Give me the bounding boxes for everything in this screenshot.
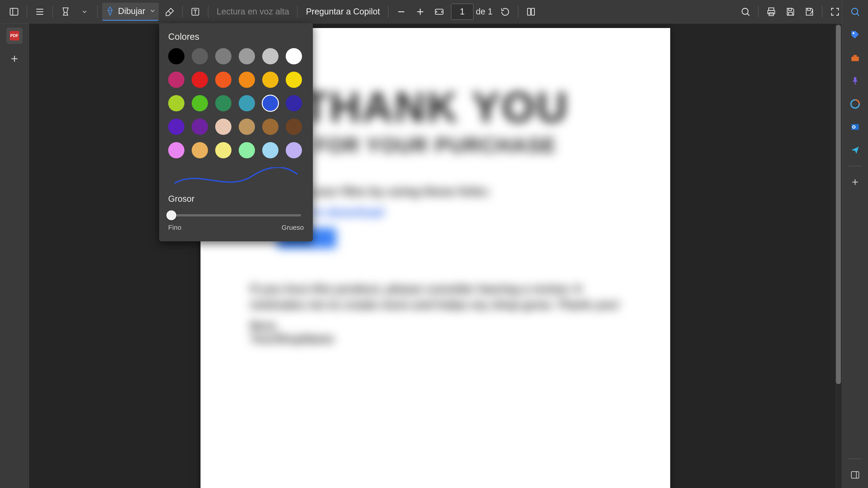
color-swatch[interactable] <box>168 142 184 158</box>
right-rail <box>842 0 868 488</box>
stroke-preview <box>168 166 304 189</box>
highlight-button[interactable] <box>57 4 74 20</box>
color-swatch[interactable] <box>192 72 208 88</box>
toolbar-divider <box>297 6 298 18</box>
tag-icon[interactable] <box>848 28 862 42</box>
print-button[interactable] <box>763 4 779 20</box>
toolbox-icon[interactable] <box>848 51 862 65</box>
page-total-label: de 1 <box>476 7 493 17</box>
svg-point-27 <box>852 32 854 34</box>
right-rail-divider <box>849 166 862 166</box>
sidebar-toggle-button[interactable] <box>6 4 22 20</box>
svg-rect-28 <box>851 57 859 61</box>
toolbar-divider <box>53 6 53 18</box>
draw-options-popover: Colores Grosor Fino Grueso <box>159 24 313 241</box>
svg-rect-21 <box>807 8 810 10</box>
svg-rect-0 <box>10 8 18 15</box>
document-viewport[interactable]: THANK YOU FOR YOUR PURCHASE Download you… <box>29 24 842 488</box>
table-of-contents-button[interactable] <box>32 4 48 20</box>
pdf-thumbnail[interactable]: PDF <box>6 28 23 44</box>
color-swatch[interactable] <box>262 142 278 158</box>
color-swatch[interactable] <box>192 119 208 135</box>
color-swatch[interactable] <box>286 142 302 158</box>
color-swatch[interactable] <box>168 95 184 111</box>
doc-paragraph-2: If you love this product, please conside… <box>250 281 620 313</box>
toolbar-divider <box>822 6 822 18</box>
color-swatch-grid <box>168 48 304 158</box>
slider-thin-label: Fino <box>168 224 181 231</box>
rotate-button[interactable] <box>497 4 513 20</box>
draw-tool-button[interactable]: Dibujar <box>102 3 159 21</box>
send-icon[interactable] <box>848 143 862 157</box>
erase-button[interactable] <box>161 4 178 20</box>
page-view-button[interactable] <box>523 4 539 20</box>
color-swatch[interactable] <box>192 48 208 64</box>
color-swatch[interactable] <box>286 119 302 135</box>
color-swatch[interactable] <box>286 72 302 88</box>
svg-rect-20 <box>788 12 792 15</box>
slider-thick-label: Grueso <box>282 224 304 231</box>
svg-rect-37 <box>851 471 859 478</box>
slider-track <box>171 214 301 217</box>
save-as-button[interactable] <box>801 4 817 20</box>
find-button[interactable] <box>737 4 754 20</box>
toolbar-divider <box>97 6 98 18</box>
svg-line-6 <box>168 11 171 13</box>
fullscreen-button[interactable] <box>827 4 843 20</box>
office-icon[interactable] <box>848 97 862 111</box>
pdf-badge-label: PDF <box>10 31 19 40</box>
page-number-input[interactable] <box>451 4 473 20</box>
save-button[interactable] <box>782 4 798 20</box>
svg-point-34 <box>853 126 855 128</box>
zoom-out-button[interactable] <box>393 4 409 20</box>
read-aloud-button[interactable]: Lectura en voz alta <box>212 4 294 20</box>
color-swatch[interactable] <box>262 119 278 135</box>
color-swatch[interactable] <box>215 72 231 88</box>
color-swatch[interactable] <box>239 72 255 88</box>
color-swatch[interactable] <box>239 95 255 111</box>
add-panel-button[interactable] <box>848 175 862 189</box>
highlight-dropdown-button[interactable] <box>76 4 93 20</box>
color-swatch[interactable] <box>239 48 255 64</box>
slider-thumb[interactable] <box>166 210 176 220</box>
svg-rect-13 <box>531 8 534 15</box>
draw-dropdown-icon[interactable] <box>149 7 156 15</box>
color-swatch[interactable] <box>286 95 302 111</box>
color-swatch[interactable] <box>215 142 231 158</box>
svg-line-15 <box>747 13 749 15</box>
color-swatch[interactable] <box>239 142 255 158</box>
color-swatch[interactable] <box>168 48 184 64</box>
panel-toggle-icon[interactable] <box>848 468 862 482</box>
color-swatch[interactable] <box>262 48 278 64</box>
ask-copilot-button[interactable]: Preguntar a Copilot <box>301 4 385 20</box>
toolbar-divider <box>388 6 389 18</box>
pin-icon[interactable] <box>848 74 862 88</box>
color-swatch[interactable] <box>215 48 231 64</box>
outlook-icon[interactable] <box>848 120 862 134</box>
search-sidebar-icon[interactable] <box>848 4 862 19</box>
thickness-slider[interactable] <box>168 209 304 222</box>
color-swatch[interactable] <box>262 95 278 111</box>
zoom-in-button[interactable] <box>412 4 428 20</box>
svg-point-25 <box>851 8 858 14</box>
add-tab-button[interactable] <box>6 51 23 67</box>
svg-rect-16 <box>769 8 774 10</box>
color-swatch[interactable] <box>168 72 184 88</box>
draw-label: Dibujar <box>118 6 145 16</box>
add-text-button[interactable] <box>187 4 204 20</box>
toolbar-divider <box>758 6 758 18</box>
toolbar-divider <box>518 6 518 18</box>
fit-page-button[interactable] <box>431 4 447 20</box>
color-swatch[interactable] <box>168 119 184 135</box>
color-swatch[interactable] <box>192 95 208 111</box>
svg-rect-19 <box>788 8 792 10</box>
color-swatch[interactable] <box>262 72 278 88</box>
top-toolbar: Dibujar Lectura en voz alta Preguntar a … <box>0 0 868 24</box>
vertical-scrollbar[interactable] <box>835 24 842 488</box>
color-swatch[interactable] <box>215 95 231 111</box>
color-swatch[interactable] <box>215 119 231 135</box>
scrollbar-thumb[interactable] <box>836 25 841 384</box>
color-swatch[interactable] <box>239 119 255 135</box>
color-swatch[interactable] <box>286 48 302 64</box>
color-swatch[interactable] <box>192 142 208 158</box>
